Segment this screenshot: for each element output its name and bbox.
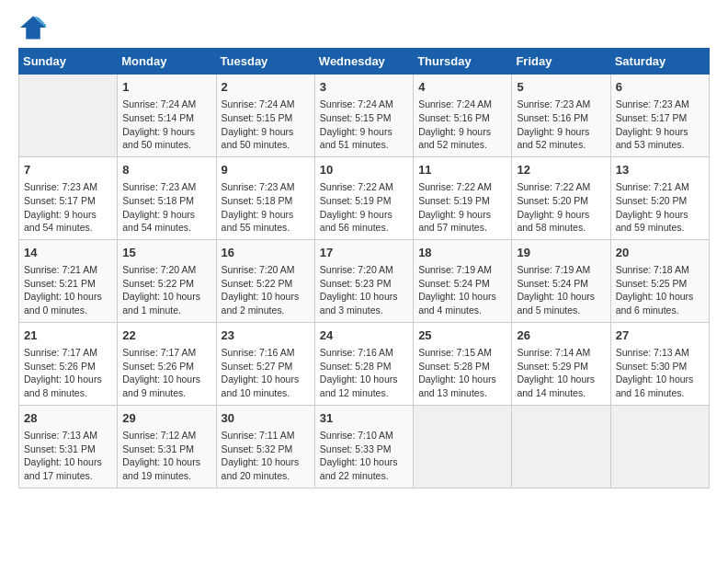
cell-info: Sunset: 5:17 PM	[24, 194, 112, 208]
cell-info: Sunrise: 7:24 AM	[320, 98, 408, 111]
calendar-cell: 20Sunrise: 7:18 AMSunset: 5:25 PMDayligh…	[610, 239, 709, 322]
cell-info: Sunset: 5:22 PM	[122, 277, 210, 291]
cell-info: and 50 minutes.	[122, 138, 210, 152]
calendar-cell: 23Sunrise: 7:16 AMSunset: 5:27 PMDayligh…	[216, 322, 314, 405]
cell-info: Sunrise: 7:23 AM	[517, 98, 605, 111]
cell-info: Sunset: 5:16 PM	[517, 111, 605, 125]
cell-info: and 57 minutes.	[418, 221, 506, 235]
week-row-4: 21Sunrise: 7:17 AMSunset: 5:26 PMDayligh…	[19, 322, 710, 405]
cell-info: Sunset: 5:14 PM	[122, 111, 210, 125]
calendar-table: SundayMondayTuesdayWednesdayThursdayFrid…	[18, 48, 710, 488]
day-number: 19	[517, 245, 605, 261]
day-number: 26	[517, 327, 605, 344]
cell-info: Sunset: 5:20 PM	[517, 194, 605, 208]
week-row-3: 14Sunrise: 7:21 AMSunset: 5:21 PMDayligh…	[19, 239, 710, 322]
day-number: 4	[418, 79, 506, 96]
cell-info: and 19 minutes.	[122, 469, 210, 483]
cell-info: Sunset: 5:29 PM	[517, 360, 605, 373]
cell-info: Sunrise: 7:23 AM	[122, 180, 210, 194]
cell-info: Sunset: 5:31 PM	[24, 442, 112, 456]
calendar-cell: 13Sunrise: 7:21 AMSunset: 5:20 PMDayligh…	[610, 156, 709, 239]
cell-info: Sunrise: 7:20 AM	[122, 263, 210, 277]
cell-info: Sunset: 5:28 PM	[418, 360, 506, 373]
cell-info: Sunset: 5:27 PM	[222, 360, 310, 373]
cell-info: Sunset: 5:17 PM	[616, 111, 704, 125]
day-number: 8	[122, 162, 210, 178]
cell-info: Daylight: 9 hours	[616, 125, 704, 139]
calendar-cell: 17Sunrise: 7:20 AMSunset: 5:23 PMDayligh…	[314, 239, 413, 322]
cell-info: Sunrise: 7:19 AM	[418, 263, 506, 277]
cell-info: Sunrise: 7:13 AM	[24, 429, 112, 442]
calendar-cell: 28Sunrise: 7:13 AMSunset: 5:31 PMDayligh…	[19, 405, 118, 488]
cell-info: Sunset: 5:30 PM	[616, 360, 704, 373]
cell-info: and 16 minutes.	[616, 386, 704, 400]
cell-info: Sunrise: 7:17 AM	[24, 346, 112, 360]
cell-info: Sunset: 5:16 PM	[418, 111, 506, 125]
cell-info: and 50 minutes.	[222, 138, 310, 152]
cell-info: Sunrise: 7:16 AM	[222, 346, 310, 360]
cell-info: Daylight: 10 hours	[418, 290, 506, 304]
logo-icon	[18, 15, 48, 40]
cell-info: Sunrise: 7:22 AM	[418, 180, 506, 194]
cell-info: Sunrise: 7:23 AM	[616, 98, 704, 111]
cell-info: Sunset: 5:19 PM	[320, 194, 408, 208]
cell-info: and 12 minutes.	[320, 386, 408, 400]
cell-info: and 52 minutes.	[418, 138, 506, 152]
cell-info: Daylight: 10 hours	[24, 455, 112, 469]
cell-info: Daylight: 9 hours	[517, 125, 605, 139]
cell-info: Daylight: 9 hours	[418, 125, 506, 139]
cell-info: and 52 minutes.	[517, 138, 605, 152]
cell-info: and 22 minutes.	[320, 469, 408, 483]
calendar-cell: 1Sunrise: 7:24 AMSunset: 5:14 PMDaylight…	[118, 75, 216, 157]
cell-info: Sunset: 5:15 PM	[222, 111, 310, 125]
cell-info: Sunset: 5:18 PM	[122, 194, 210, 208]
day-number: 28	[24, 410, 112, 427]
day-number: 14	[24, 245, 112, 261]
day-number: 25	[418, 327, 506, 344]
cell-info: and 20 minutes.	[222, 469, 310, 483]
logo	[18, 15, 51, 40]
cell-info: Daylight: 10 hours	[222, 373, 310, 386]
day-number: 30	[222, 410, 310, 427]
day-number: 16	[222, 245, 310, 261]
cell-info: and 51 minutes.	[320, 138, 408, 152]
cell-info: Daylight: 9 hours	[24, 208, 112, 222]
cell-info: Daylight: 9 hours	[616, 208, 704, 222]
day-header-saturday: Saturday	[610, 49, 709, 75]
cell-info: Sunrise: 7:23 AM	[222, 180, 310, 194]
cell-info: Daylight: 10 hours	[222, 290, 310, 304]
cell-info: Daylight: 9 hours	[320, 208, 408, 222]
cell-info: Daylight: 10 hours	[222, 455, 310, 469]
cell-info: Sunrise: 7:24 AM	[222, 98, 310, 111]
day-number: 3	[320, 79, 408, 96]
cell-info: Sunrise: 7:18 AM	[616, 263, 704, 277]
cell-info: Daylight: 9 hours	[222, 208, 310, 222]
calendar-cell	[414, 405, 512, 488]
calendar-cell: 26Sunrise: 7:14 AMSunset: 5:29 PMDayligh…	[512, 322, 610, 405]
cell-info: Sunset: 5:26 PM	[122, 360, 210, 373]
cell-info: and 2 minutes.	[222, 304, 310, 317]
cell-info: and 4 minutes.	[418, 304, 506, 317]
cell-info: Daylight: 9 hours	[122, 125, 210, 139]
cell-info: Daylight: 10 hours	[320, 455, 408, 469]
cell-info: Daylight: 10 hours	[24, 290, 112, 304]
cell-info: Sunset: 5:32 PM	[222, 442, 310, 456]
calendar-cell: 27Sunrise: 7:13 AMSunset: 5:30 PMDayligh…	[610, 322, 709, 405]
calendar-cell: 12Sunrise: 7:22 AMSunset: 5:20 PMDayligh…	[512, 156, 610, 239]
cell-info: Daylight: 9 hours	[517, 208, 605, 222]
day-number: 13	[616, 162, 704, 178]
cell-info: and 8 minutes.	[24, 386, 112, 400]
calendar-cell: 21Sunrise: 7:17 AMSunset: 5:26 PMDayligh…	[19, 322, 118, 405]
cell-info: Daylight: 10 hours	[320, 373, 408, 386]
cell-info: and 17 minutes.	[24, 469, 112, 483]
page-header	[18, 15, 710, 40]
cell-info: and 53 minutes.	[616, 138, 704, 152]
day-number: 29	[122, 410, 210, 427]
cell-info: and 56 minutes.	[320, 221, 408, 235]
cell-info: Sunrise: 7:17 AM	[122, 346, 210, 360]
cell-info: Daylight: 10 hours	[122, 290, 210, 304]
cell-info: and 0 minutes.	[24, 304, 112, 317]
day-header-monday: Monday	[118, 49, 216, 75]
cell-info: Sunrise: 7:19 AM	[517, 263, 605, 277]
cell-info: Sunset: 5:19 PM	[418, 194, 506, 208]
